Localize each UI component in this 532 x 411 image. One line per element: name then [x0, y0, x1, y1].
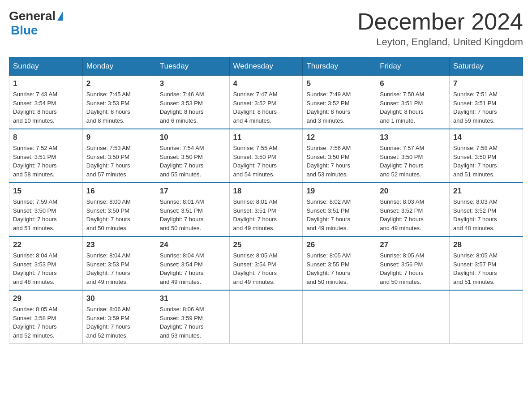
day-number: 12	[306, 133, 372, 142]
day-number: 22	[13, 240, 79, 249]
calendar-header-row: SundayMondayTuesdayWednesdayThursdayFrid…	[9, 57, 523, 76]
title-section: December 2024 Leyton, England, United Ki…	[357, 9, 523, 48]
calendar-week-row: 22Sunrise: 8:04 AMSunset: 3:53 PMDayligh…	[9, 236, 523, 290]
day-number: 27	[380, 240, 446, 249]
day-info: Sunrise: 8:04 AMSunset: 3:54 PMDaylight:…	[160, 251, 226, 286]
calendar-cell: 30Sunrise: 8:06 AMSunset: 3:59 PMDayligh…	[82, 290, 156, 344]
day-info: Sunrise: 8:06 AMSunset: 3:59 PMDaylight:…	[86, 305, 152, 340]
calendar-cell: 5Sunrise: 7:49 AMSunset: 3:52 PMDaylight…	[303, 76, 376, 129]
calendar-cell: 3Sunrise: 7:46 AMSunset: 3:53 PMDaylight…	[156, 76, 229, 129]
calendar-header-monday: Monday	[82, 57, 156, 76]
day-number: 2	[86, 79, 152, 88]
day-number: 19	[306, 187, 372, 196]
calendar-cell	[450, 290, 523, 344]
day-number: 25	[233, 240, 299, 249]
calendar-cell	[303, 290, 376, 344]
day-info: Sunrise: 7:50 AMSunset: 3:51 PMDaylight:…	[380, 90, 446, 125]
day-info: Sunrise: 7:52 AMSunset: 3:51 PMDaylight:…	[13, 144, 79, 179]
page-header: General Blue December 2024 Leyton, Engla…	[9, 9, 523, 48]
day-number: 30	[86, 294, 152, 303]
day-number: 7	[453, 79, 519, 88]
calendar-cell: 6Sunrise: 7:50 AMSunset: 3:51 PMDaylight…	[376, 76, 450, 129]
calendar-cell: 12Sunrise: 7:56 AMSunset: 3:50 PMDayligh…	[303, 129, 376, 183]
calendar-cell: 9Sunrise: 7:53 AMSunset: 3:50 PMDaylight…	[82, 129, 156, 183]
day-number: 17	[160, 187, 226, 196]
day-info: Sunrise: 8:01 AMSunset: 3:51 PMDaylight:…	[233, 197, 299, 232]
calendar-week-row: 8Sunrise: 7:52 AMSunset: 3:51 PMDaylight…	[9, 129, 523, 183]
calendar-cell: 15Sunrise: 7:59 AMSunset: 3:50 PMDayligh…	[9, 183, 83, 236]
day-info: Sunrise: 7:58 AMSunset: 3:50 PMDaylight:…	[453, 144, 519, 179]
day-info: Sunrise: 8:05 AMSunset: 3:55 PMDaylight:…	[306, 251, 372, 286]
calendar-cell: 17Sunrise: 8:01 AMSunset: 3:51 PMDayligh…	[156, 183, 229, 236]
calendar-cell: 10Sunrise: 7:54 AMSunset: 3:50 PMDayligh…	[156, 129, 229, 183]
calendar-week-row: 1Sunrise: 7:43 AMSunset: 3:54 PMDaylight…	[9, 76, 523, 129]
day-info: Sunrise: 7:43 AMSunset: 3:54 PMDaylight:…	[13, 90, 79, 125]
calendar-cell: 20Sunrise: 8:03 AMSunset: 3:52 PMDayligh…	[376, 183, 450, 236]
day-number: 21	[453, 187, 519, 196]
logo-text: General	[9, 9, 63, 23]
day-info: Sunrise: 7:47 AMSunset: 3:52 PMDaylight:…	[233, 90, 299, 125]
day-info: Sunrise: 8:05 AMSunset: 3:57 PMDaylight:…	[453, 251, 519, 286]
day-info: Sunrise: 7:45 AMSunset: 3:53 PMDaylight:…	[86, 90, 152, 125]
day-number: 4	[233, 79, 299, 88]
calendar-cell: 28Sunrise: 8:05 AMSunset: 3:57 PMDayligh…	[450, 236, 523, 290]
day-number: 3	[160, 79, 226, 88]
calendar-cell: 26Sunrise: 8:05 AMSunset: 3:55 PMDayligh…	[303, 236, 376, 290]
calendar-cell: 7Sunrise: 7:51 AMSunset: 3:51 PMDaylight…	[450, 76, 523, 129]
day-info: Sunrise: 7:57 AMSunset: 3:50 PMDaylight:…	[380, 144, 446, 179]
calendar-cell: 29Sunrise: 8:05 AMSunset: 3:58 PMDayligh…	[9, 290, 83, 344]
calendar-cell: 24Sunrise: 8:04 AMSunset: 3:54 PMDayligh…	[156, 236, 229, 290]
day-number: 24	[160, 240, 226, 249]
day-number: 28	[453, 240, 519, 249]
calendar-cell: 14Sunrise: 7:58 AMSunset: 3:50 PMDayligh…	[450, 129, 523, 183]
calendar-cell: 23Sunrise: 8:04 AMSunset: 3:53 PMDayligh…	[82, 236, 156, 290]
calendar-cell: 19Sunrise: 8:02 AMSunset: 3:51 PMDayligh…	[303, 183, 376, 236]
day-info: Sunrise: 8:05 AMSunset: 3:54 PMDaylight:…	[233, 251, 299, 286]
calendar-header-sunday: Sunday	[9, 57, 83, 76]
day-info: Sunrise: 7:55 AMSunset: 3:50 PMDaylight:…	[233, 144, 299, 179]
logo-blue-text: Blue	[11, 23, 38, 38]
calendar-cell: 25Sunrise: 8:05 AMSunset: 3:54 PMDayligh…	[229, 236, 303, 290]
day-info: Sunrise: 8:02 AMSunset: 3:51 PMDaylight:…	[306, 197, 372, 232]
calendar-cell	[229, 290, 303, 344]
day-number: 26	[306, 240, 372, 249]
day-number: 31	[160, 294, 226, 303]
calendar-cell: 11Sunrise: 7:55 AMSunset: 3:50 PMDayligh…	[229, 129, 303, 183]
day-number: 8	[13, 133, 79, 142]
day-info: Sunrise: 8:01 AMSunset: 3:51 PMDaylight:…	[160, 197, 226, 232]
calendar-header-saturday: Saturday	[450, 57, 523, 76]
calendar-cell: 27Sunrise: 8:05 AMSunset: 3:56 PMDayligh…	[376, 236, 450, 290]
day-number: 5	[306, 79, 372, 88]
calendar-header-wednesday: Wednesday	[229, 57, 303, 76]
logo-blue-row: Blue	[9, 23, 38, 38]
calendar-cell: 2Sunrise: 7:45 AMSunset: 3:53 PMDaylight…	[82, 76, 156, 129]
day-number: 18	[233, 187, 299, 196]
calendar-header-thursday: Thursday	[303, 57, 376, 76]
day-number: 15	[13, 187, 79, 196]
logo: General Blue	[9, 9, 63, 38]
day-info: Sunrise: 8:04 AMSunset: 3:53 PMDaylight:…	[13, 251, 79, 286]
day-number: 13	[380, 133, 446, 142]
day-number: 23	[86, 240, 152, 249]
day-info: Sunrise: 7:53 AMSunset: 3:50 PMDaylight:…	[86, 144, 152, 179]
calendar-header-friday: Friday	[376, 57, 450, 76]
calendar-week-row: 29Sunrise: 8:05 AMSunset: 3:58 PMDayligh…	[9, 290, 523, 344]
day-info: Sunrise: 8:00 AMSunset: 3:50 PMDaylight:…	[86, 197, 152, 232]
calendar-cell: 1Sunrise: 7:43 AMSunset: 3:54 PMDaylight…	[9, 76, 83, 129]
location-title: Leyton, England, United Kingdom	[357, 36, 523, 48]
day-info: Sunrise: 8:05 AMSunset: 3:56 PMDaylight:…	[380, 251, 446, 286]
logo-triangle-icon	[57, 12, 63, 21]
day-number: 11	[233, 133, 299, 142]
logo-general: General	[9, 9, 56, 23]
day-number: 16	[86, 187, 152, 196]
day-info: Sunrise: 8:03 AMSunset: 3:52 PMDaylight:…	[380, 197, 446, 232]
calendar-cell: 4Sunrise: 7:47 AMSunset: 3:52 PMDaylight…	[229, 76, 303, 129]
calendar-cell: 31Sunrise: 8:06 AMSunset: 3:59 PMDayligh…	[156, 290, 229, 344]
calendar-cell: 18Sunrise: 8:01 AMSunset: 3:51 PMDayligh…	[229, 183, 303, 236]
calendar-cell: 16Sunrise: 8:00 AMSunset: 3:50 PMDayligh…	[82, 183, 156, 236]
calendar-table: SundayMondayTuesdayWednesdayThursdayFrid…	[9, 57, 523, 344]
day-info: Sunrise: 8:03 AMSunset: 3:52 PMDaylight:…	[453, 197, 519, 232]
calendar-week-row: 15Sunrise: 7:59 AMSunset: 3:50 PMDayligh…	[9, 183, 523, 236]
calendar-cell	[376, 290, 450, 344]
calendar-cell: 13Sunrise: 7:57 AMSunset: 3:50 PMDayligh…	[376, 129, 450, 183]
